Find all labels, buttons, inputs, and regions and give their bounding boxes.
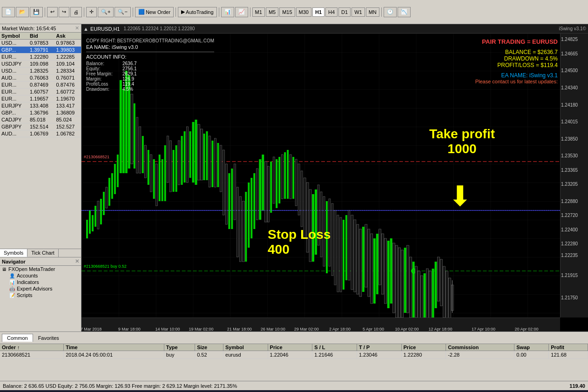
market-watch-close[interactable]: ✕ xyxy=(75,25,79,31)
svg-rect-76 xyxy=(284,152,286,199)
sep2 xyxy=(84,7,84,17)
svg-rect-118 xyxy=(401,250,404,318)
col-commission[interactable]: Commission xyxy=(446,344,514,351)
svg-rect-120 xyxy=(407,245,409,313)
svg-rect-16 xyxy=(117,155,119,187)
new-order-button[interactable]: 🟦 New Order xyxy=(135,7,174,17)
svg-rect-66 xyxy=(256,169,258,220)
period-mn[interactable]: MN xyxy=(366,7,379,17)
market-watch-row[interactable]: EUR... 1.19657 1.19670 xyxy=(0,95,81,102)
navigator-header: Navigator ✕ xyxy=(0,257,81,266)
svg-rect-21 xyxy=(131,94,133,164)
svg-rect-127 xyxy=(424,273,426,318)
open-button[interactable]: 📂 xyxy=(16,7,29,17)
period-m1[interactable]: M1 xyxy=(252,7,265,17)
navigator-item-expert-advisors[interactable]: 🤖 Expert Advisors xyxy=(0,285,81,292)
tab-symbols[interactable]: Symbols xyxy=(0,249,27,257)
col-swap[interactable]: Swap xyxy=(514,344,549,351)
col-price[interactable]: Price xyxy=(268,344,312,351)
price-5: 1.24180 xyxy=(560,102,588,107)
navigator-close[interactable]: ✕ xyxy=(75,258,79,264)
mw-col-symbol[interactable]: Symbol xyxy=(0,33,28,40)
print-button[interactable]: 🖨 xyxy=(70,7,82,17)
mw-symbol: AUD... xyxy=(0,130,28,137)
navigator-item-accounts[interactable]: 👤 Accounts xyxy=(0,272,81,279)
col-sl[interactable]: S / L xyxy=(312,344,357,351)
mw-col-ask[interactable]: Ask xyxy=(54,33,81,40)
market-watch-row[interactable]: GBP... 1.36796 1.36809 xyxy=(0,109,81,116)
tab-tick-chart[interactable]: Tick Chart xyxy=(27,249,59,257)
svg-rect-65 xyxy=(253,173,255,229)
take-profit-line2: 1000 xyxy=(429,142,495,156)
stop-loss-annotation: Stop Loss 400 xyxy=(268,227,331,257)
stop-loss-line2: 400 xyxy=(268,242,331,257)
market-watch-row[interactable]: CADJPY 85.018 85.024 xyxy=(0,116,81,123)
col-order[interactable]: Order ↑ xyxy=(0,344,64,351)
navigator-item-indicators[interactable]: 📊 Indicators xyxy=(0,279,81,285)
market-watch-row[interactable]: GBPJPY 152.514 152.527 xyxy=(0,123,81,130)
navigator-item-fxopen[interactable]: 🖥 FXOpen MetaTrader xyxy=(0,266,81,272)
col-type[interactable]: Type xyxy=(164,344,195,351)
market-watch-row[interactable]: USDJPY 109.098 109.104 xyxy=(0,61,81,68)
col-size[interactable]: Size xyxy=(195,344,223,351)
copyright-text: COPY RIGHT: BESTFOREXROBOTTRADING@GMAIL.… xyxy=(86,38,214,43)
navigator-item-scripts[interactable]: 📝 Scripts xyxy=(0,292,81,298)
period-w1[interactable]: W1 xyxy=(351,7,365,17)
crosshair-button[interactable]: ✛ xyxy=(86,7,97,17)
mw-bid: 1.22280 xyxy=(28,54,55,61)
new-file-button[interactable]: 📄 xyxy=(2,7,15,17)
save-button[interactable]: 💾 xyxy=(30,7,43,17)
market-watch-row[interactable]: EUR... 1.60757 1.60772 xyxy=(0,88,81,95)
orders-table: Order ↑ Time Type Size Symbol Price S / … xyxy=(0,344,588,359)
market-watch-row[interactable]: GBP... 1.39791 1.39803 xyxy=(0,47,81,54)
period-d1[interactable]: D1 xyxy=(338,7,351,17)
main-layout: Market Watch: 16:54:45 ✕ Symbol Bid Ask … xyxy=(0,24,588,331)
col-current-price[interactable]: Price xyxy=(401,344,446,351)
price-15: 1.21915 xyxy=(560,272,588,277)
market-watch-table: Symbol Bid Ask USD... 0.97853 0.97863 GB… xyxy=(0,33,81,137)
stop-loss-line1: Stop Loss xyxy=(268,227,331,242)
tab-common[interactable]: Common xyxy=(2,334,33,342)
col-tp[interactable]: T / P xyxy=(357,344,401,351)
market-watch-row[interactable]: EUR... 0.87469 0.87476 xyxy=(0,81,81,88)
tab-favorites[interactable]: Favorites xyxy=(33,334,64,342)
col-time[interactable]: Time xyxy=(64,344,164,351)
redo-button[interactable]: ↪ xyxy=(59,7,69,17)
market-watch-row[interactable]: USD... 0.97853 0.97863 xyxy=(0,40,81,47)
undo-button[interactable]: ↩ xyxy=(47,7,58,17)
navigator: Navigator ✕ 🖥 FXOpen MetaTrader 👤 Accoun… xyxy=(0,257,81,331)
period-m30[interactable]: M30 xyxy=(296,7,311,17)
market-watch-row[interactable]: USD... 1.28325 1.28334 xyxy=(0,68,81,74)
chart-symbol: ▲ xyxy=(83,26,88,32)
col-symbol[interactable]: Symbol xyxy=(223,344,268,351)
col-profit[interactable]: Profit xyxy=(549,344,588,351)
mw-symbol: EUR... xyxy=(0,95,28,102)
clock-button[interactable]: 🕐 xyxy=(384,7,397,17)
period-m15[interactable]: M15 xyxy=(279,7,295,17)
mw-col-bid[interactable]: Bid xyxy=(28,33,55,40)
market-watch-row[interactable]: AUD... 1.06769 1.06782 xyxy=(0,130,81,137)
svg-rect-17 xyxy=(120,80,122,173)
mw-symbol: USD... xyxy=(0,68,28,74)
mw-symbol: EUR... xyxy=(0,88,28,95)
order-row[interactable]: 2130668521 2018.04.24 05:00:01 buy 0.52 … xyxy=(0,351,588,359)
line-chart-button[interactable]: 📈 xyxy=(235,7,248,17)
period-h4[interactable]: H4 xyxy=(325,7,338,17)
period-h1[interactable]: H1 xyxy=(312,7,324,17)
mw-bid: 1.39791 xyxy=(28,47,55,54)
autotrading-button[interactable]: ▶ AutoTrading xyxy=(178,7,217,17)
chart-type-button[interactable]: 📊 xyxy=(221,7,234,17)
svg-rect-14 xyxy=(111,173,113,199)
svg-rect-7 xyxy=(92,215,94,231)
profit-display: PROFIT/LOSS = $119.4 xyxy=(475,62,558,68)
period-m5[interactable]: M5 xyxy=(266,7,278,17)
market-watch-row[interactable]: AUD... 0.76063 0.76071 xyxy=(0,74,81,81)
graph-button[interactable]: 📉 xyxy=(398,7,411,17)
chart-area[interactable]: ▲ EURUSD,H1 1.22065 1.22324 1.22012 1.22… xyxy=(81,24,588,331)
order-open-price: 1.22046 xyxy=(268,351,312,359)
nav-label-fxopen: FXOpen MetaTrader xyxy=(8,266,55,272)
market-watch-row[interactable]: EUR... 1.22280 1.22285 xyxy=(0,54,81,61)
market-watch-row[interactable]: EURJPY 133.408 133.417 xyxy=(0,102,81,109)
zoom-out-button[interactable]: 🔍− xyxy=(115,7,130,17)
zoom-in-button[interactable]: 🔍+ xyxy=(98,7,114,17)
